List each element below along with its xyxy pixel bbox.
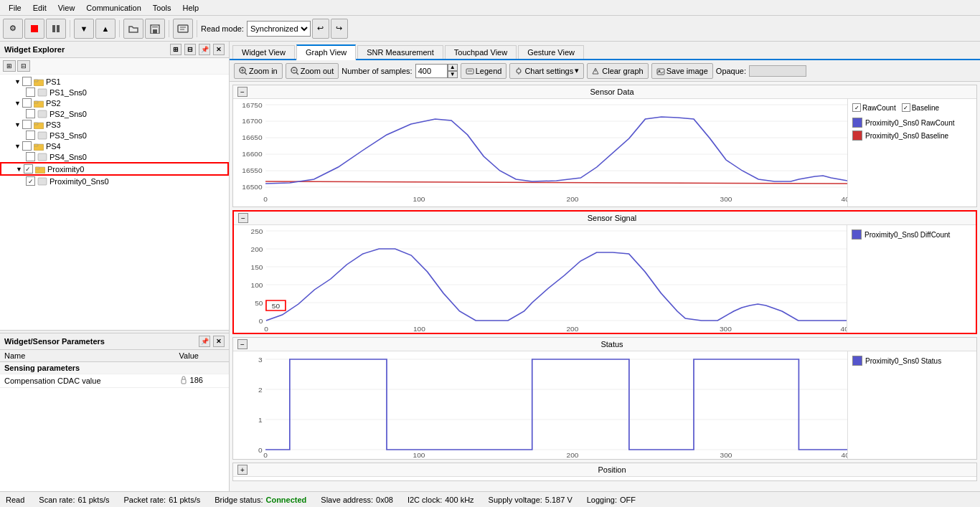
clear-graph-btn[interactable]: Clear graph xyxy=(587,63,648,79)
legend-btn[interactable]: Legend xyxy=(461,63,507,79)
main-layout: Widget Explorer ⊞ ⊟ 📌 ✕ ⊞ ⊟ ▼ PS1 xyxy=(0,42,980,491)
collapse-all-btn[interactable]: ⊟ xyxy=(17,60,30,72)
rawcount-color xyxy=(852,118,862,128)
slave-label: Slave address: xyxy=(321,496,373,504)
ps4-checkbox[interactable] xyxy=(22,141,32,151)
tree-ps1-sns0[interactable]: PS1_Sns0 xyxy=(0,87,229,98)
svg-text:16500: 16500 xyxy=(242,184,262,191)
widget-explorer-icon-2[interactable]: ⊟ xyxy=(184,44,196,55)
legend-baseline: Proximity0_Sns0 Baseline xyxy=(852,131,972,141)
proximity0-sns0-checkbox[interactable] xyxy=(26,176,35,186)
samples-input[interactable] xyxy=(415,64,448,78)
tab-snr[interactable]: SNR Measurement xyxy=(357,45,443,59)
widget-explorer-icons: ⊞ ⊟ 📌 ✕ xyxy=(170,44,225,55)
toolbar-sep-2 xyxy=(119,20,120,37)
rawcount-checkbox[interactable]: ✓ xyxy=(852,103,861,112)
svg-text:300: 300 xyxy=(720,452,732,459)
svg-text:0: 0 xyxy=(263,196,268,203)
tree-proximity0[interactable]: ▼ Proximity0 xyxy=(0,162,229,176)
cdac-name: Compensation CDAC value xyxy=(0,374,175,388)
svg-rect-16 xyxy=(34,123,38,125)
tree-ps1[interactable]: ▼ PS1 xyxy=(0,76,229,87)
position-panel: + Position xyxy=(232,463,977,481)
menu-view[interactable]: View xyxy=(52,2,81,14)
ps1-checkbox[interactable] xyxy=(22,77,32,86)
position-collapse[interactable]: + xyxy=(237,465,248,475)
expand-all-btn[interactable]: ⊞ xyxy=(3,60,16,72)
tree-ps3-sns0[interactable]: PS3_Sns0 xyxy=(0,130,229,141)
baseline-cb[interactable]: ✓ Baseline xyxy=(902,103,939,112)
params-icon-pin[interactable]: 📌 xyxy=(199,336,210,347)
params-icon-close[interactable]: ✕ xyxy=(213,336,225,347)
undo-btn[interactable]: ↩ xyxy=(312,19,329,39)
params-panel-icons: 📌 ✕ xyxy=(199,336,225,347)
ps3-checkbox[interactable] xyxy=(22,120,32,129)
chart-settings-btn[interactable]: Chart settings ▾ xyxy=(509,63,584,79)
sensor-data-chart: 16750 16700 16650 16600 16550 16500 xyxy=(233,99,847,207)
read-mode-select[interactable]: Synchronized Continuous xyxy=(247,21,311,37)
zoom-out-btn[interactable]: Zoom out xyxy=(286,63,339,79)
widget-explorer-close[interactable]: ✕ xyxy=(213,44,225,55)
tree-ps2[interactable]: ▼ PS2 xyxy=(0,98,229,108)
status-collapse[interactable]: − xyxy=(237,339,248,349)
ps2-sns0-checkbox[interactable] xyxy=(26,109,35,118)
tree-ps3[interactable]: ▼ PS3 xyxy=(0,119,229,130)
ps2-checkbox[interactable] xyxy=(22,98,32,108)
menu-file[interactable]: File xyxy=(3,2,27,14)
down-btn[interactable]: ▼ xyxy=(74,19,94,39)
proximity0-checkbox[interactable] xyxy=(24,164,33,174)
menu-communication[interactable]: Communication xyxy=(80,2,146,14)
up-btn[interactable]: ▲ xyxy=(95,19,116,39)
menu-help[interactable]: Help xyxy=(176,2,204,14)
save-btn[interactable] xyxy=(145,19,165,39)
baseline-checkbox[interactable]: ✓ xyxy=(902,103,910,112)
settings-icon-btn[interactable]: ⚙ xyxy=(3,19,23,39)
opaque-slider[interactable] xyxy=(749,65,806,77)
sensor-data-collapse[interactable]: − xyxy=(237,87,248,97)
open-btn[interactable] xyxy=(123,19,143,39)
svg-text:200: 200 xyxy=(251,246,263,253)
tab-gesture[interactable]: Gesture View xyxy=(518,45,584,59)
i2c-label: I2C clock: xyxy=(407,496,442,504)
stop-icon xyxy=(29,24,39,34)
tab-touchpad[interactable]: Touchpad View xyxy=(445,45,517,59)
ps4-arrow: ▼ xyxy=(14,143,21,150)
toolbar-sep-4 xyxy=(197,20,197,37)
samples-up[interactable]: ▲ xyxy=(448,64,458,71)
pause-btn[interactable] xyxy=(46,19,66,39)
widget-explorer-pin[interactable]: 📌 xyxy=(199,44,210,55)
zoom-in-btn[interactable]: Zoom in xyxy=(234,63,283,79)
pause-icon xyxy=(51,24,61,34)
tab-graph-view[interactable]: Graph View xyxy=(296,44,356,60)
menu-tools[interactable]: Tools xyxy=(147,2,177,14)
samples-down[interactable]: ▼ xyxy=(448,71,458,78)
rawcount-cb[interactable]: ✓ RawCount xyxy=(852,103,896,112)
proximity0-sns0-label: Proximity0_Sns0 xyxy=(50,177,109,186)
svg-text:100: 100 xyxy=(251,282,263,289)
redo-btn[interactable]: ↪ xyxy=(331,19,348,39)
status-svg: 3 2 1 0 0 100 200 xyxy=(233,351,847,459)
save-image-btn[interactable]: Save image xyxy=(651,63,713,79)
ps1-sns0-checkbox[interactable] xyxy=(26,87,35,97)
tree-ps4-sns0[interactable]: PS4_Sns0 xyxy=(0,151,229,162)
menu-bar: File Edit View Communication Tools Help xyxy=(0,0,980,16)
menu-edit[interactable]: Edit xyxy=(27,2,52,14)
program-btn[interactable] xyxy=(173,19,193,39)
tree-proximity0-sns0[interactable]: Proximity0_Sns0 xyxy=(0,176,229,186)
read-mode-label: Read mode: xyxy=(201,24,244,33)
ps1-sns0-label: PS1_Sns0 xyxy=(50,88,87,97)
sensor-data-legend: ✓ RawCount ✓ Baseline Proximity0_Sns0 Ra… xyxy=(847,99,976,207)
widget-explorer-icon-1[interactable]: ⊞ xyxy=(170,44,182,55)
ps1-label: PS1 xyxy=(46,77,61,86)
tab-bar: Widget View Graph View SNR Measurement T… xyxy=(230,42,980,60)
svg-text:250: 250 xyxy=(251,228,263,235)
sensor-signal-collapse[interactable]: − xyxy=(238,213,248,223)
ps4-sns0-checkbox[interactable] xyxy=(26,152,35,161)
stop-btn[interactable] xyxy=(24,19,44,39)
tab-widget-view[interactable]: Widget View xyxy=(232,45,295,59)
tree-ps4[interactable]: ▼ PS4 xyxy=(0,141,229,151)
tree-ps2-sns0[interactable]: PS2_Sns0 xyxy=(0,108,229,119)
status-logging: Logging: OFF xyxy=(587,496,636,504)
params-title: Widget/Sensor Parameters xyxy=(4,337,105,346)
ps3-sns0-checkbox[interactable] xyxy=(26,131,35,140)
